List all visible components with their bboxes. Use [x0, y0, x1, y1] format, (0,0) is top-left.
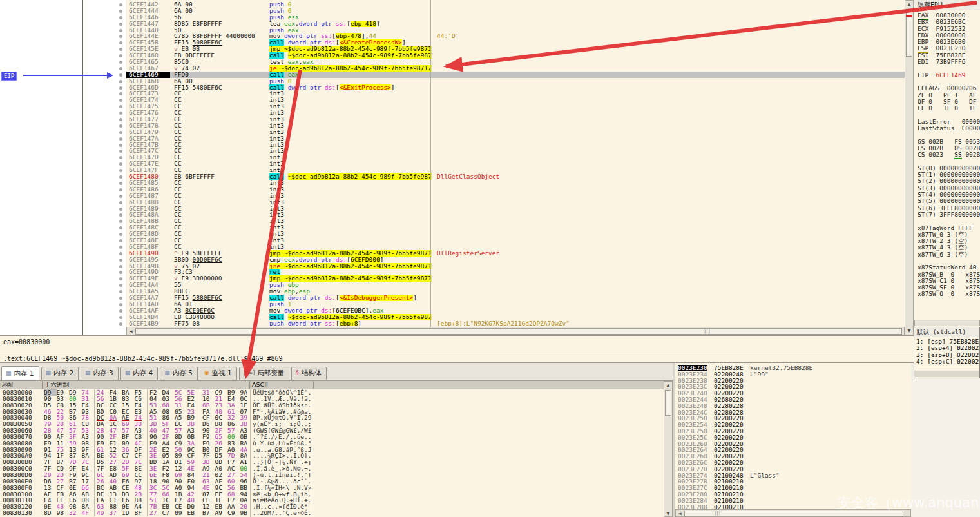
disasm-address[interactable]: 6CEF1485	[126, 180, 170, 186]
disasm-row[interactable]: 6CEF147BCCint3	[126, 142, 905, 148]
disasm-instruction[interactable]: call ~$doc-ad9b812a-88b2-454c-989f-7bb5f…	[269, 173, 432, 180]
disasm-address[interactable]: 6CEF1476	[126, 110, 170, 116]
disasm-row[interactable]: 6CEF148CCCint3	[126, 224, 905, 231]
breakpoint-dot-slot[interactable]	[116, 129, 126, 135]
disasm-address[interactable]: 6CEF145E	[126, 46, 170, 52]
disasm-bytes[interactable]: FF15 5080EF6C	[170, 39, 269, 46]
disasm-address[interactable]: 6CEF144E	[126, 33, 170, 39]
disasm-bytes[interactable]: FF75 08	[170, 320, 269, 327]
breakpoint-dot-slot[interactable]	[116, 33, 126, 39]
disasm-bytes[interactable]: CC	[170, 237, 269, 244]
disasm-instruction[interactable]: int3	[269, 231, 432, 237]
breakpoint-dot-slot[interactable]	[116, 8, 126, 14]
disasm-instruction[interactable]: mov ebp,esp	[269, 288, 432, 295]
disasm-address[interactable]: 6CEF1458	[126, 39, 170, 46]
disasm-bytes[interactable]: CC	[170, 90, 269, 97]
disasm-address[interactable]: 6CEF148F	[126, 244, 170, 250]
disasm-address[interactable]: 6CEF1488	[126, 199, 170, 206]
disasm-bytes[interactable]: CC	[170, 211, 269, 218]
register-line[interactable]: x87SW_O 0 x87SW_U	[918, 291, 980, 297]
breakpoint-dot-slot[interactable]	[116, 21, 126, 27]
disasm-row[interactable]: 6CEF145Ev EB 0Bjmp ~$doc-ad9b812a-88b2-4…	[126, 46, 905, 52]
disasm-bytes[interactable]: 56	[170, 14, 269, 21]
disasm-row[interactable]: 6CEF1479CCint3	[126, 129, 905, 135]
registers-list[interactable]: EAX 00830000EBX 0023E6BCECX F9152532EDX …	[914, 10, 980, 298]
breakpoint-dot-slot[interactable]	[116, 72, 126, 78]
stack-row[interactable]: 0023E25002200220	[675, 415, 911, 422]
disasm-row[interactable]: 6CEF1469FFD0call eax	[126, 72, 905, 78]
dump-byte[interactable]: 09	[175, 510, 187, 516]
disasm-row[interactable]: 6CEF14446A 00push 0	[126, 8, 905, 14]
breakpoint-dot-slot[interactable]	[116, 97, 126, 103]
disasm-address[interactable]: 6CEF14A7	[126, 295, 170, 301]
stack-row[interactable]: 0023E23075EB828Ekernel32.75EB828E	[675, 365, 911, 371]
stack-row[interactable]: 0023E24002200220	[675, 390, 911, 396]
breakpoint-dot-slot[interactable]	[116, 142, 126, 148]
disasm-bytes[interactable]: CC	[170, 244, 269, 250]
disasm-row[interactable]: 6CEF147ECCint3	[126, 161, 905, 167]
disasm-instruction[interactable]: int3	[269, 110, 432, 116]
breakpoint-dot-slot[interactable]	[116, 14, 126, 21]
breakpoint-dot-slot[interactable]	[116, 301, 126, 307]
disasm-bytes[interactable]: 6A 00	[170, 8, 269, 14]
disasm-instruction[interactable]: int3	[269, 199, 432, 206]
disasm-row[interactable]: 6CEF14953B0D 00D0EF6Ccmp ecx,dword ptr d…	[126, 257, 905, 263]
disasm-bytes[interactable]: CC	[170, 148, 269, 154]
disasm-address[interactable]: 6CEF1478	[126, 122, 170, 129]
disasm-row[interactable]: 6CEF1477CCint3	[126, 116, 905, 122]
breakpoint-dot-slot[interactable]	[116, 116, 126, 122]
disasm-row[interactable]: 6CEF149Bv 75 02jne ~$doc-ad9b812a-88b2-4…	[126, 263, 905, 269]
disasm-instruction[interactable]: int3	[269, 206, 432, 212]
dump-row[interactable]: 008301308D98324F4D371D8F27C709EBB7A9C99B…	[0, 510, 673, 516]
breakpoint-dot-slot[interactable]	[116, 1, 126, 8]
breakpoint-dot-slot[interactable]	[116, 173, 126, 180]
breakpoint-dot-slot[interactable]	[116, 320, 126, 327]
stack-row[interactable]: 0023E25802200220	[675, 428, 911, 434]
disasm-bytes[interactable]: CC	[170, 224, 269, 231]
disasm-row[interactable]: 6CEF144D50push eax	[126, 27, 905, 34]
disasm-row[interactable]: 6CEF1487CCint3	[126, 193, 905, 199]
disasm-instruction[interactable]: cmp ecx,dword ptr ds:[6CEFD000]	[269, 257, 432, 263]
disasm-row[interactable]: 6CEF1458FF15 5080EF6Ccall dword ptr ds:[…	[126, 39, 905, 46]
disasm-bytes[interactable]: FFD0	[170, 72, 269, 78]
breakpoint-dot-slot[interactable]	[116, 295, 126, 301]
breakpoint-dots-column[interactable]	[116, 0, 126, 337]
dump-byte[interactable]: 8F	[135, 510, 148, 516]
disasm-instruction[interactable]: int3	[269, 218, 432, 224]
breakpoint-dot-slot[interactable]	[116, 78, 126, 84]
disasm-instruction[interactable]: int3	[269, 186, 432, 193]
dump-byte[interactable]: 9B	[240, 510, 253, 516]
disasm-instruction[interactable]: push dword ptr ss:[ebp+8]	[269, 320, 432, 327]
breakpoint-dot-slot[interactable]	[116, 84, 126, 91]
disasm-bytes[interactable]: 8BEC	[170, 288, 269, 295]
stack-row[interactable]: 0023E27802100210	[675, 478, 911, 485]
disasm-bytes[interactable]: 3B0D 00D0EF6C	[170, 257, 269, 263]
disasm-address[interactable]: 6CEF1473	[126, 90, 170, 97]
disasm-address[interactable]: 6CEF147B	[126, 142, 170, 148]
disasm-instruction[interactable]: call dword ptr ds:[<&ExitProcess>]	[269, 84, 432, 91]
breakpoint-dot-slot[interactable]	[116, 307, 126, 314]
disasm-address[interactable]: 6CEF1444	[126, 8, 170, 14]
disasm-instruction[interactable]: int3	[269, 161, 432, 167]
disasm-bytes[interactable]: E8 C3040000	[170, 314, 269, 320]
disasm-address[interactable]: 6CEF144D	[126, 27, 170, 34]
disasm-row[interactable]: 6CEF1473CCint3	[126, 90, 905, 97]
disasm-instruction[interactable]: int3	[269, 103, 432, 110]
disasm-row[interactable]: 6CEF14AD6A 01push 1	[126, 301, 905, 307]
breakpoint-dot-slot[interactable]	[116, 288, 126, 295]
tab-内存-3[interactable]: ▦内存 3	[81, 367, 119, 380]
breakpoint-dot-slot[interactable]	[116, 167, 126, 173]
breakpoint-dot-slot[interactable]	[116, 218, 126, 224]
disasm-bytes[interactable]: CC	[170, 116, 269, 122]
disasm-address[interactable]: 6CEF14A5	[126, 288, 170, 295]
disasm-instruction[interactable]: call eax	[269, 72, 432, 78]
disasm-instruction[interactable]: int3	[269, 193, 432, 199]
stack-row[interactable]: 0023E23802200220	[675, 378, 911, 384]
dump-hex-bytes[interactable]: 8D98324F4D371D8F27C709EBB7A9C99B	[44, 510, 253, 516]
disasm-instruction[interactable]: je ~$doc-ad9b812a-88b2-454c-989f-7bb5fe9…	[269, 65, 432, 72]
disasm-row[interactable]: 6CEF1475CCint3	[126, 103, 905, 110]
stack-row[interactable]: 0023E26402200220	[675, 447, 911, 453]
stack-row[interactable]: 0023E27C02100210	[675, 485, 911, 491]
breakpoint-dot-slot[interactable]	[116, 161, 126, 167]
breakpoint-dot-slot[interactable]	[116, 135, 126, 142]
